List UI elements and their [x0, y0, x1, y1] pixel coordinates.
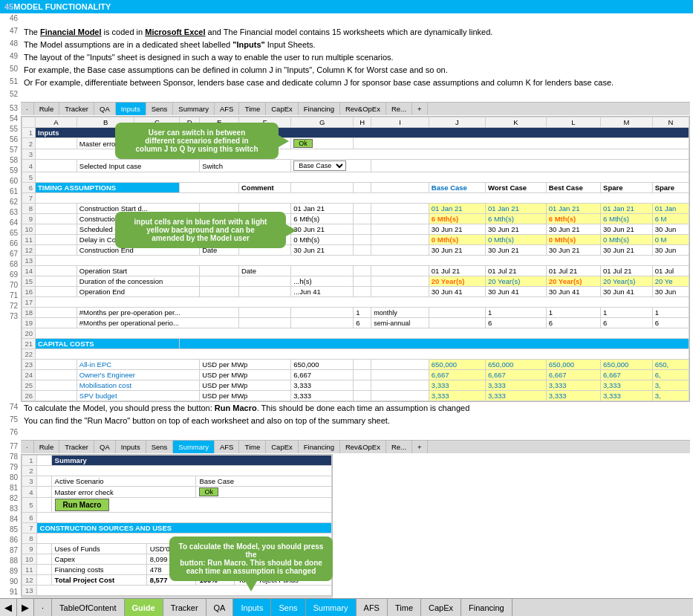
- tab-financing[interactable]: Financing: [299, 103, 340, 115]
- table-row: 21 CAPITAL COSTS: [22, 339, 689, 349]
- sum-tab-tracker[interactable]: Tracker: [59, 441, 94, 453]
- sum-tab-afs[interactable]: AFS: [215, 441, 239, 453]
- col-m: M: [601, 117, 653, 128]
- table-row: 4 Master error check Ok: [22, 487, 332, 498]
- tab-financing-bottom[interactable]: Financing: [461, 599, 513, 616]
- total-project-cost-label: Total Project Cost: [51, 575, 146, 586]
- selected-input-label: Selected Input case: [77, 160, 199, 172]
- table-row: 2: [22, 466, 332, 476]
- table-row: 14 Operation Start Date 01 Jul 21 01 Jul…: [22, 266, 689, 276]
- text-row-47: 47 The Financial Model is coded in Micro…: [0, 26, 693, 39]
- months-pre-operation-label: #Months per pre-operation per...: [77, 308, 238, 318]
- sum-tab-add[interactable]: +: [412, 441, 428, 453]
- tab-capex[interactable]: CapEx: [266, 103, 299, 115]
- sum-tab-financing[interactable]: Financing: [299, 441, 340, 453]
- duration-concession-label: Duration of the concession: [77, 276, 199, 287]
- table-row: 5: [22, 172, 689, 183]
- sum-tab-inputs[interactable]: Inputs: [116, 441, 146, 453]
- master-error-check-sum-label: Master error check: [51, 487, 196, 498]
- spv-budget-label: SPV budget: [77, 391, 199, 401]
- tab-summary-bottom[interactable]: Summary: [306, 599, 357, 616]
- construction-sources-header: CONSTRUCTION SOURCES AND USES: [36, 523, 331, 534]
- sum-tab-rule[interactable]: Rule: [34, 441, 60, 453]
- tab-tracker-bottom[interactable]: Tracker: [163, 599, 206, 616]
- row-numbers-53-73: 5354555657585960616263646566676869707172…: [0, 102, 21, 322]
- table-row: 6: [22, 513, 332, 523]
- tab-sens-bottom[interactable]: Sens: [271, 599, 305, 616]
- bottom-navigation[interactable]: ◀ ▶ · TableOfContent Guide Tracker QA In…: [0, 598, 693, 616]
- tab-dot-bottom[interactable]: ·: [34, 599, 52, 616]
- tab-time[interactable]: Time: [239, 103, 266, 115]
- callout-run-macro: To calculate the Model, you should press…: [169, 536, 333, 581]
- sum-tab-sens[interactable]: Sens: [146, 441, 174, 453]
- sum-tab-dot[interactable]: ·: [21, 441, 34, 453]
- capex-label: Capex: [51, 554, 146, 565]
- summary-header-label: Summary: [51, 455, 331, 466]
- tab-dot[interactable]: ·: [21, 103, 34, 115]
- tab-tracker[interactable]: Tracker: [59, 103, 94, 115]
- tab-afs[interactable]: AFS: [215, 103, 239, 115]
- inputs-table: A B C D E F G H I J K L M: [22, 117, 689, 401]
- table-row: 13: [22, 256, 689, 266]
- sum-tab-re[interactable]: Re...: [386, 441, 412, 453]
- owners-engineer-label: Owner's Engineer: [77, 370, 199, 380]
- tab-inputs[interactable]: Inputs: [116, 103, 146, 115]
- text-row-49: 49 The layout of the "Inputs" sheet is d…: [0, 51, 693, 64]
- table-row: 18 #Months per pre-operation per... 1 mo…: [22, 308, 689, 318]
- tab-revopex[interactable]: Rev&OpEx: [340, 103, 386, 115]
- next-sheet-button[interactable]: ▶: [17, 599, 34, 616]
- tab-capex-bottom[interactable]: CapEx: [421, 599, 461, 616]
- table-row: 22: [22, 349, 689, 360]
- worst-case-col: Worst Case: [486, 183, 547, 193]
- tab-qa[interactable]: QA: [94, 103, 116, 115]
- table-row: 25 Mobilisation cost USD per MWp 3,333 3…: [22, 380, 689, 391]
- table-row: 24 Owner's Engineer USD per MWp 6,667 6,…: [22, 370, 689, 380]
- sum-tab-summary[interactable]: Summary: [173, 441, 215, 453]
- ok-button-summary[interactable]: Ok: [199, 487, 218, 496]
- operation-end-label: Operation End: [77, 287, 199, 297]
- construction-start-base[interactable]: 01 Jan 21: [429, 204, 485, 214]
- spare-col2: Spare: [652, 183, 689, 193]
- tab-add[interactable]: +: [412, 103, 428, 115]
- sum-tab-qa[interactable]: QA: [94, 441, 116, 453]
- table-row: 15 Duration of the concession ...h(s) 20…: [22, 276, 689, 287]
- tab-afs-bottom[interactable]: AFS: [357, 599, 388, 616]
- col-j: J: [429, 117, 485, 128]
- tab-re[interactable]: Re...: [386, 103, 412, 115]
- run-macro-button[interactable]: Run Macro: [55, 499, 110, 511]
- col-l: L: [546, 117, 600, 128]
- tab-table-of-content[interactable]: TableOfContent: [52, 599, 124, 616]
- spreadsheet-sheet-tabs[interactable]: · Rule Tracker QA Inputs Sens Summary AF…: [21, 102, 690, 115]
- table-row: 16 Operation End ...Jun 41 30 Jun 41 30 …: [22, 287, 689, 297]
- text-row-50: 50 For example, the Base case assumption…: [0, 64, 693, 77]
- tab-inputs-bottom[interactable]: Inputs: [233, 599, 271, 616]
- callout-scenarios: User can switch in betweendifferent scen…: [115, 123, 279, 159]
- table-row: 20: [22, 328, 689, 339]
- table-row: 26 SPV budget USD per MWp 3,333 3,333 3,…: [22, 391, 689, 401]
- tab-rule[interactable]: Rule: [34, 103, 60, 115]
- sum-tab-time[interactable]: Time: [239, 441, 266, 453]
- spare-col1: Spare: [601, 183, 653, 193]
- tab-sens[interactable]: Sens: [146, 103, 174, 115]
- tab-guide[interactable]: Guide: [125, 599, 163, 616]
- mobilisation-cost-label: Mobilisation cost: [77, 380, 199, 391]
- text-row-51: 51 Or For example, differentiate between…: [0, 77, 693, 89]
- sum-tab-capex[interactable]: CapEx: [266, 441, 299, 453]
- operation-start-label: Operation Start: [77, 266, 199, 276]
- active-scenario-label: Active Scenario: [51, 476, 196, 487]
- financing-costs-label: Financing costs: [51, 565, 146, 575]
- tab-summary[interactable]: Summary: [173, 103, 215, 115]
- col-n: N: [652, 117, 689, 128]
- timing-assumptions-header: TIMING ASSUMPTIONS: [36, 183, 180, 193]
- tab-time-bottom[interactable]: Time: [388, 599, 421, 616]
- sum-tab-revopex[interactable]: Rev&OpEx: [340, 441, 386, 453]
- text-row-75: 75 You can find the "Run Macro" button o…: [0, 415, 693, 427]
- summary-sheet-tabs[interactable]: · Rule Tracker QA Inputs Sens Summary AF…: [21, 440, 690, 453]
- comment-header: Comment: [238, 183, 290, 193]
- base-case-dropdown[interactable]: Base Case: [293, 161, 346, 171]
- prev-sheet-button[interactable]: ◀: [0, 599, 17, 616]
- base-case-col: Base Case: [429, 183, 485, 193]
- ok-button[interactable]: Ok: [293, 139, 313, 148]
- empty-row-46: 46: [0, 13, 693, 26]
- tab-qa-bottom[interactable]: QA: [206, 599, 234, 616]
